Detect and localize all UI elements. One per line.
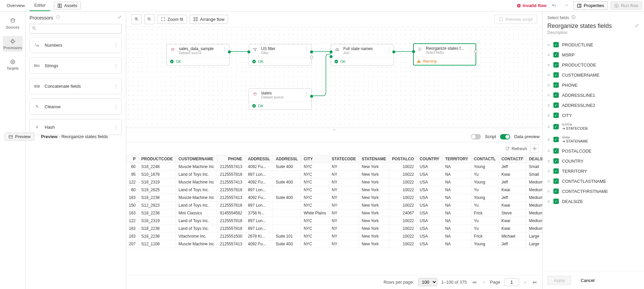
processor-card[interactable]: ¹₂₃ Numbers ⋮	[30, 37, 122, 53]
table-row[interactable]: 163S18_2238Muscle Machine Inc21255574134…	[126, 194, 542, 202]
refresh-button[interactable]: Refresh	[505, 146, 527, 151]
apply-button[interactable]: Apply	[547, 276, 571, 285]
arrange-flow-button[interactable]: Arrange flow	[190, 15, 228, 24]
processor-card[interactable]: ✎ Cleanse ⋮	[30, 98, 122, 115]
cancel-button[interactable]: Cancel	[575, 276, 601, 285]
rail-processors[interactable]: Processors	[3, 36, 23, 52]
rail-sources[interactable]: Sources	[3, 15, 23, 31]
field-checkbox[interactable]: ✓	[553, 148, 559, 154]
field-row[interactable]: ≡ ✓ CONTACTFIRSTNAME	[547, 186, 639, 196]
table-header[interactable]: ADDRESSL	[273, 155, 301, 163]
table-header[interactable]: TERRITORY	[442, 155, 471, 163]
field-checkbox[interactable]: ✓	[553, 124, 559, 129]
preview-chip[interactable]: Preview	[5, 133, 34, 140]
preview-script-button[interactable]: Preview script	[494, 15, 537, 24]
pager-page-input[interactable]	[504, 278, 519, 286]
field-checkbox[interactable]: ✓	[553, 137, 559, 142]
field-checkbox[interactable]: ✓	[553, 168, 559, 174]
field-checkbox[interactable]: ✓	[553, 62, 559, 68]
table-header[interactable]: P	[126, 155, 139, 163]
field-row-renamed[interactable]: ≡ ✓ STATESTATECODE	[547, 120, 639, 133]
field-row[interactable]: ≡ ✓ CITY	[547, 110, 639, 120]
table-header[interactable]: CONTACTF	[499, 155, 526, 163]
drag-handle-icon[interactable]: ≡	[547, 179, 550, 184]
zoom-fit-button[interactable]: Zoom fit	[157, 15, 187, 24]
field-row[interactable]: ≡ ✓ DEALSIZE	[547, 196, 639, 206]
processor-card[interactable]: ⊞⊞ Concatenate fields ⋮	[30, 78, 122, 94]
processor-card-menu[interactable]: ⋮	[114, 43, 118, 48]
field-row[interactable]: ≡ ✓ PRODUCTLINE	[547, 40, 639, 50]
field-checkbox[interactable]: ✓	[553, 102, 559, 108]
table-row[interactable]: 95S10_1678Land of Toys Inc.2125557818897…	[126, 171, 542, 178]
field-row[interactable]: ≡ ✓ COUNTRY	[547, 156, 639, 166]
table-header[interactable]: CUSTOMERNAME	[176, 155, 217, 163]
pager-prev[interactable]: ‹	[482, 280, 486, 285]
drag-handle-icon[interactable]: ≡	[547, 83, 550, 88]
flow-canvas[interactable]: sales_data_sample Dataset source ⋮ OK US…	[126, 27, 542, 128]
field-row[interactable]: ≡ ✓ CUSTOMERNAME	[547, 70, 639, 80]
field-checkbox[interactable]: ✓	[553, 42, 559, 47]
node-menu-icon[interactable]: ⋮	[468, 46, 473, 54]
field-checkbox[interactable]: ✓	[553, 52, 559, 57]
table-row[interactable]: 163S18_2238Vitachrome Inc.21255515002678…	[126, 233, 542, 240]
node-reorganize-states-fields[interactable]: Reorganize states f... Select fields ⋮ W…	[413, 43, 476, 66]
field-row[interactable]: ≡ ✓ ADDRESSLINE2	[547, 100, 639, 110]
run-flow-button[interactable]: Run flow	[610, 1, 642, 10]
processors-search-input[interactable]	[30, 24, 122, 34]
node-us-filter[interactable]: US filter Filter ⋮ OK	[249, 44, 312, 66]
pager-last[interactable]: ⏭	[531, 280, 538, 285]
preview-table[interactable]: PPRODUCTCODECUSTOMERNAMEPHONEADDRESSLADD…	[126, 155, 542, 248]
drag-handle-icon[interactable]: ≡	[547, 103, 550, 108]
field-row[interactable]: ≡ ✓ PRODUCTCODE	[547, 60, 639, 70]
field-checkbox[interactable]: ✓	[553, 189, 559, 194]
node-menu-icon[interactable]: ⋮	[304, 46, 309, 55]
redo-button[interactable]	[561, 1, 571, 10]
field-row[interactable]: ≡ ✓ TERRITORY	[547, 166, 639, 176]
table-header[interactable]: COUNTRY	[417, 155, 442, 163]
field-row[interactable]: ≡ ✓ PHONE	[547, 80, 639, 90]
zoom-out-button[interactable]	[144, 14, 154, 24]
drag-handle-icon[interactable]: ≡	[547, 93, 550, 98]
field-row-renamed[interactable]: ≡ ✓ StateSTATENAME	[547, 133, 639, 146]
processor-card-menu[interactable]: ⋮	[114, 63, 118, 68]
field-checkbox[interactable]: ✓	[553, 178, 559, 184]
tab-overview[interactable]: Overview	[2, 0, 30, 11]
table-row[interactable]: 150S12_2823Land of Toys Inc.212555781889…	[126, 202, 542, 209]
drag-handle-icon[interactable]: ≡	[547, 52, 550, 57]
node-menu-icon[interactable]: ⋮	[387, 46, 391, 55]
table-header[interactable]: POSTALCO	[389, 155, 417, 163]
table-header[interactable]: ADDRESSL	[245, 155, 273, 163]
field-row[interactable]: ≡ ✓ ADDRESSLINE1	[547, 90, 639, 100]
properties-button[interactable]: Properties	[573, 1, 608, 10]
data-preview-toggle[interactable]	[500, 134, 510, 139]
processor-card[interactable]: # Hash ⋮	[30, 119, 122, 135]
processor-card[interactable]: Abc Strings ⋮	[30, 57, 122, 74]
node-states[interactable]: states Dataset source ⋮ OK	[249, 88, 312, 110]
edit-title-icon[interactable]	[635, 23, 639, 29]
undo-button[interactable]	[549, 1, 558, 10]
drag-handle-icon[interactable]: ≡	[547, 113, 550, 118]
table-row[interactable]: 122S18_2319Land of Toys Inc.212555781889…	[126, 217, 542, 225]
drag-handle-icon[interactable]: ≡	[547, 137, 550, 142]
table-header[interactable]: STATECODE	[329, 155, 359, 163]
drag-handle-icon[interactable]: ≡	[547, 42, 550, 47]
table-row[interactable]: 122S18_2319Muscle Machine Inc21255574134…	[126, 178, 542, 186]
script-toggle[interactable]	[471, 134, 481, 139]
help-icon[interactable]: ?	[56, 15, 60, 20]
drag-handle-icon[interactable]: ≡	[547, 73, 550, 78]
table-header[interactable]: DEALSIZE	[526, 155, 542, 163]
field-checkbox[interactable]: ✓	[553, 199, 559, 204]
field-checkbox[interactable]: ✓	[553, 82, 559, 88]
table-header[interactable]: CONTACTL	[471, 155, 499, 163]
field-checkbox[interactable]: ✓	[553, 92, 559, 98]
table-header[interactable]: PRODUCTCODE	[139, 155, 176, 163]
node-menu-icon[interactable]: ⋮	[222, 46, 227, 55]
node-full-state-names[interactable]: Full state names Join ⋮ OK	[331, 44, 394, 66]
processor-card-menu[interactable]: ⋮	[114, 125, 118, 130]
table-header[interactable]: CITY	[301, 155, 329, 163]
drag-handle-icon[interactable]: ≡	[547, 149, 550, 154]
props-description[interactable]: Description	[543, 30, 644, 38]
drag-handle-icon[interactable]: ≡	[547, 124, 550, 129]
drag-handle-icon[interactable]: ≡	[547, 169, 550, 174]
drag-handle-icon[interactable]: ≡	[547, 199, 550, 204]
